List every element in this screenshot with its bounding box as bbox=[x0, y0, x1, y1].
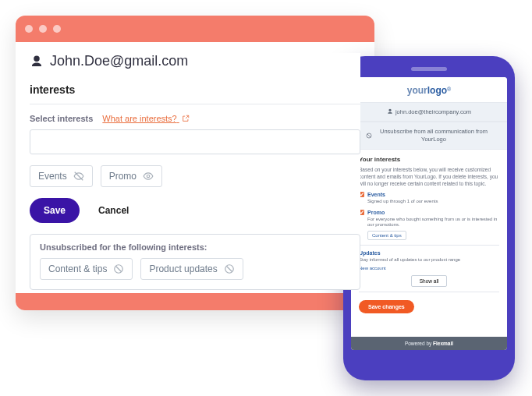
interests-select[interactable] bbox=[30, 129, 360, 154]
interest-desc: Stay informed of all updates to our prod… bbox=[359, 257, 499, 263]
chip-events[interactable]: Events bbox=[30, 165, 93, 187]
ban-icon bbox=[224, 263, 235, 274]
help-link[interactable]: What are interests? bbox=[102, 114, 189, 123]
svg-point-0 bbox=[147, 175, 150, 178]
phone-speaker bbox=[411, 67, 447, 71]
divider bbox=[359, 292, 499, 292]
phone-screen: yourlogo® john.doe@theircompany.com Unsu… bbox=[351, 77, 507, 350]
eye-icon bbox=[143, 171, 154, 182]
interest-item: Updates Stay informed of all updates to … bbox=[359, 250, 499, 270]
footer-strip bbox=[16, 293, 374, 310]
interest-item: Promo For everyone who bought something … bbox=[359, 210, 499, 241]
account-email: John.Doe@gmail.com bbox=[30, 53, 360, 69]
save-button[interactable]: Save bbox=[30, 198, 80, 223]
divider bbox=[359, 245, 499, 246]
chip-label: Events bbox=[38, 171, 67, 182]
eye-off-icon bbox=[73, 171, 84, 182]
active-interests: Events Promo bbox=[30, 165, 360, 187]
chip-label: Promo bbox=[109, 171, 137, 182]
unsubscribe-all-button[interactable]: Unsubscribe from all communication from … bbox=[351, 122, 507, 150]
new-account-link[interactable]: New account bbox=[359, 266, 499, 270]
external-link-icon bbox=[182, 115, 190, 122]
window-dot bbox=[53, 25, 61, 33]
interest-name[interactable]: Updates bbox=[359, 250, 381, 256]
divider bbox=[30, 104, 360, 104]
window-dot bbox=[25, 25, 33, 33]
interest-item: Events Signed up through 1 of our events bbox=[359, 192, 499, 205]
unsub-title: Unsubscribed for the following interests… bbox=[40, 242, 350, 252]
phone-email-row: john.doe@theircompany.com bbox=[351, 102, 507, 122]
powered-by-footer: Powered by Flexmail bbox=[351, 337, 507, 350]
sub-interest-tag[interactable]: Content & tips bbox=[367, 231, 406, 240]
browser-window: John.Doe@gmail.com interests Select inte… bbox=[16, 16, 374, 310]
chip-label: Product updates bbox=[149, 263, 217, 274]
cancel-button[interactable]: Cancel bbox=[94, 204, 133, 217]
brand-logo: yourlogo® bbox=[351, 77, 507, 102]
interest-desc: Signed up through 1 of our events bbox=[367, 199, 499, 205]
interest-name[interactable]: Promo bbox=[367, 210, 385, 215]
interests-heading: Your interests bbox=[359, 156, 499, 163]
user-icon bbox=[30, 55, 44, 69]
ban-icon bbox=[366, 133, 372, 139]
user-icon bbox=[387, 108, 393, 115]
save-changes-button[interactable]: Save changes bbox=[359, 300, 414, 313]
interests-desc: Based on your interests below, you will … bbox=[359, 166, 499, 187]
account-email-text: John.Doe@gmail.com bbox=[50, 53, 188, 69]
select-interests-label: Select interests bbox=[30, 114, 93, 123]
unsubscribed-box: Unsubscribed for the following interests… bbox=[30, 234, 360, 290]
ban-icon bbox=[113, 263, 124, 274]
chip-product-updates[interactable]: Product updates bbox=[140, 258, 243, 280]
titlebar bbox=[16, 16, 374, 42]
interest-name[interactable]: Events bbox=[367, 192, 385, 197]
section-title: interests bbox=[30, 83, 360, 96]
interest-desc: For everyone who bought something from u… bbox=[367, 217, 499, 229]
chip-content-tips[interactable]: Content & tips bbox=[40, 258, 133, 280]
window-dot bbox=[39, 25, 47, 33]
chip-promo[interactable]: Promo bbox=[101, 165, 162, 187]
phone-mockup: yourlogo® john.doe@theircompany.com Unsu… bbox=[343, 56, 515, 380]
show-all-button[interactable]: Show all bbox=[411, 275, 448, 287]
chip-label: Content & tips bbox=[48, 263, 107, 274]
